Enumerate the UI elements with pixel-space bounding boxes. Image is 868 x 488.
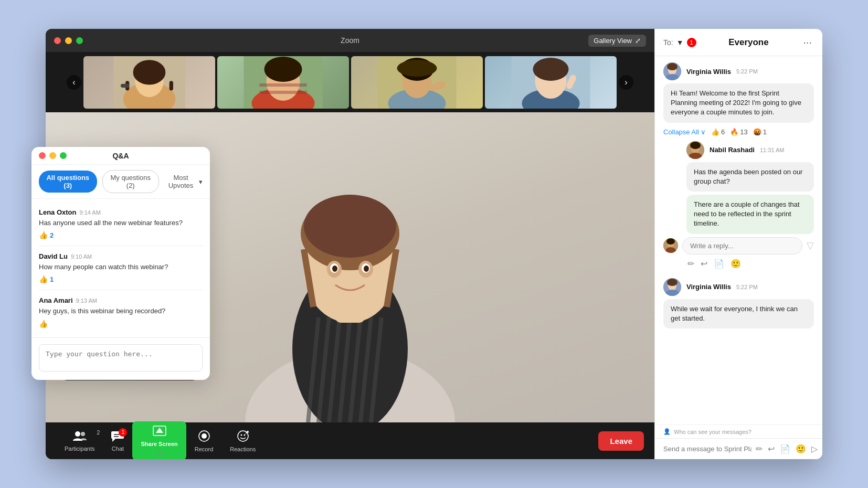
chat-main-input[interactable]: [663, 445, 751, 453]
qa-questions-list: Lena Oxton 9:14 AM Has anyone used all t…: [31, 199, 210, 337]
chat-send-icon[interactable]: ▷: [811, 444, 818, 454]
svg-point-55: [202, 433, 207, 439]
chat-to-badge: 1: [687, 38, 696, 47]
qa-close-button[interactable]: [39, 152, 46, 159]
reply-input-row: ▽: [663, 237, 814, 254]
chat-dropdown-icon: ▼: [676, 38, 684, 47]
participant-thumb-3: [351, 56, 483, 109]
qa-q1-like-count: 2: [50, 231, 54, 239]
share-screen-button[interactable]: Share Screen ▲: [132, 421, 186, 459]
qa-tabs: All questions (3) My questions (2) Most …: [31, 165, 210, 199]
qa-sort-label: Most Upvotes: [164, 174, 197, 189]
chat-more-button[interactable]: ···: [801, 36, 814, 48]
chat-msg-1-header: Virginia Willis 5:22 PM: [663, 62, 814, 80]
qa-question-1: Lena Oxton 9:14 AM Has anyone used all t…: [39, 202, 203, 246]
chat-file-icon[interactable]: 📄: [780, 444, 790, 454]
qa-my-questions-tab[interactable]: My questions (2): [102, 170, 159, 193]
chat-messages: Virginia Willis 5:22 PM Hi Team! Welcome…: [655, 56, 822, 425]
maximize-button[interactable]: [76, 37, 83, 44]
svg-point-22: [533, 58, 569, 81]
close-button[interactable]: [54, 37, 61, 44]
svg-point-62: [667, 63, 678, 70]
chat-input-row: ✏ ↩ 📄 🙂 ▷: [655, 438, 822, 459]
svg-point-48: [75, 431, 80, 437]
reactions-label: Reactions: [230, 446, 256, 452]
qa-q1-like-button[interactable]: 👍 2: [39, 231, 54, 239]
participant-thumb-1: [83, 56, 215, 109]
format-icon[interactable]: ✏: [686, 258, 695, 270]
svg-point-49: [81, 432, 85, 436]
virginia-avatar-2-svg: [663, 278, 681, 296]
svg-point-59: [247, 431, 249, 433]
sprint-bubble: There are a couple of changes that need …: [686, 195, 814, 234]
chat-message-2: Virginia Willis 5:22 PM While we wait fo…: [663, 278, 814, 328]
chat-button[interactable]: 1 Chat: [103, 427, 132, 455]
reactions-button[interactable]: Reactions: [221, 427, 264, 455]
qa-q2-header: David Lu 9:10 AM: [39, 252, 203, 260]
svg-point-74: [667, 279, 678, 286]
collapse-chevron-icon: ∨: [701, 128, 706, 136]
gallery-view-button[interactable]: Gallery View ⤢: [588, 35, 646, 47]
nabil-avatar: [686, 141, 704, 159]
zoom-toolbar: 2 Participants 1: [46, 422, 654, 459]
qa-q3-header: Ana Amari 9:13 AM: [39, 296, 203, 304]
virginia-avatar-2: [663, 278, 681, 296]
participant-1-svg: [83, 56, 215, 109]
participant-thumb-4: [485, 56, 617, 109]
qa-q2-like-count: 1: [50, 275, 54, 283]
chat-label: Chat: [112, 445, 124, 452]
nabil-sender: Nabil Rashadi: [710, 146, 755, 154]
qa-sort-button[interactable]: Most Upvotes ▾: [164, 174, 203, 189]
collapse-all-label: Collapse All: [663, 128, 699, 136]
thumbs-up-reaction: 👍 6: [711, 128, 725, 136]
qa-q2-asker: David Lu: [39, 252, 68, 260]
qa-sort-icon: ▾: [199, 178, 203, 186]
qa-q2-like-button[interactable]: 👍 1: [39, 275, 54, 283]
participants-button[interactable]: 2 Participants: [56, 427, 103, 455]
record-button[interactable]: Record: [186, 427, 221, 455]
svg-marker-53: [156, 428, 163, 433]
send-filter-icon[interactable]: ▽: [807, 240, 814, 251]
chat-to-section: To: ▼ 1: [663, 38, 696, 47]
leave-button[interactable]: Leave: [598, 431, 644, 451]
qa-all-questions-tab[interactable]: All questions (3): [39, 171, 97, 193]
chat-panel-title: Everyone: [728, 37, 769, 48]
minimize-button[interactable]: [65, 37, 72, 44]
msg-1-reactions: Collapse All ∨ 👍 6 🔥 13 🤬 1: [663, 126, 814, 138]
qa-question-input[interactable]: [39, 344, 203, 372]
svg-point-58: [244, 434, 245, 436]
participants-icon: [73, 430, 87, 444]
reply-input-field[interactable]: [682, 237, 802, 254]
qa-q3-like-button[interactable]: 👍: [39, 320, 48, 328]
svg-point-10: [264, 57, 302, 82]
svg-rect-5: [170, 81, 173, 90]
share-screen-label: Share Screen: [141, 441, 177, 447]
qa-q2-text: How many people can watch this webinar?: [39, 262, 203, 272]
virginia-avatar-svg: [663, 62, 681, 80]
window-title: Zoom: [341, 36, 359, 45]
participants-label: Participants: [65, 445, 94, 452]
record-label: Record: [195, 446, 213, 452]
svg-point-42: [332, 266, 337, 272]
nabil-time: 11:31 AM: [760, 147, 784, 153]
qa-maximize-button[interactable]: [60, 152, 67, 159]
chat-emoji-icon[interactable]: 🙂: [796, 444, 806, 454]
qa-input-area: [31, 337, 210, 380]
collapse-all-button[interactable]: Collapse All ∨: [663, 128, 706, 136]
qa-minimize-button[interactable]: [49, 152, 56, 159]
strip-prev-button[interactable]: ‹: [67, 75, 81, 90]
reply-action-bar: ✏ ↩ 📄 🙂: [663, 258, 814, 270]
chat-loop-icon[interactable]: ↩: [768, 444, 775, 454]
nabil-bubble: Has the agenda been posted on our group …: [686, 162, 814, 192]
file-icon[interactable]: 📄: [713, 258, 725, 270]
qa-titlebar: Q&A: [31, 147, 210, 165]
strip-next-button[interactable]: ›: [619, 75, 633, 90]
emoji-icon[interactable]: 🙂: [729, 258, 742, 270]
reply-avatar-svg: [663, 238, 678, 253]
chat-format-icon[interactable]: ✏: [756, 444, 763, 454]
loop-icon[interactable]: ↩: [700, 258, 708, 270]
red-reaction: 🤬 1: [753, 128, 767, 136]
share-screen-arrow: ▲: [157, 449, 163, 456]
participant-thumb-2: [217, 56, 349, 109]
privacy-note: 👤 Who can see your messages?: [655, 425, 822, 438]
